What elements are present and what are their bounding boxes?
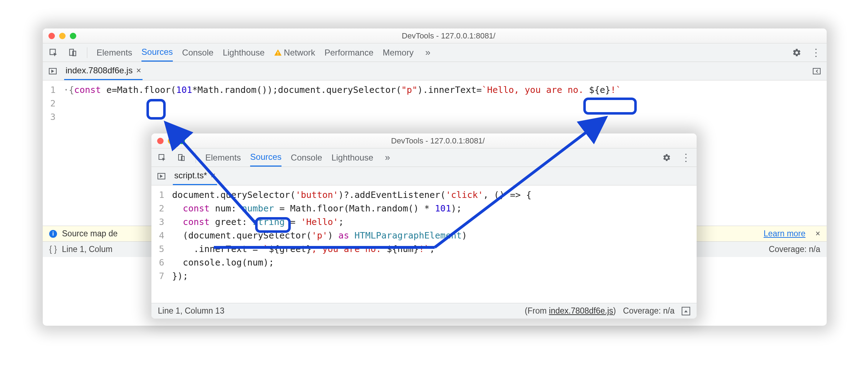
close-icon[interactable]: × [211,170,216,180]
code-editor[interactable]: 1234567 document.querySelector('button')… [151,185,697,303]
from-prefix: (From [525,306,549,315]
cursor-position: Line 1, Colum [62,245,113,254]
window-title: DevTools - 127.0.0.1:8081/ [76,31,821,41]
info-icon: i [49,230,57,238]
panel-tab-bar: Elements Sources Console Lighthouse Netw… [43,43,827,62]
minimize-window-icon[interactable] [168,138,174,144]
gear-icon[interactable] [662,153,672,163]
device-toggle-icon[interactable] [68,48,78,58]
mapped-from: (From index.7808df6e.js) [525,306,616,316]
device-toggle-icon[interactable] [176,153,186,163]
file-tab[interactable]: index.7808df6e.js × [64,62,143,80]
coverage-label: Coverage: n/a [623,306,675,316]
coverage-label: Coverage: n/a [769,245,820,254]
status-bar: Line 1, Column 13 (From index.7808df6e.j… [151,303,697,319]
code-content[interactable]: document.querySelector('button')?.addEve… [168,185,536,286]
tab-lighthouse[interactable]: Lighthouse [331,148,373,167]
file-tab-label: script.ts* [174,170,207,180]
traffic-lights [157,138,185,144]
cursor-position: Line 1, Column 13 [158,306,224,316]
close-window-icon[interactable] [48,33,55,39]
inspect-icon[interactable] [157,153,167,163]
infobar-text: Source map de [62,229,118,238]
more-tabs-icon[interactable]: » [383,153,393,163]
code-content[interactable]: ·{const e=Math.floor(101*Math.random());… [59,80,625,127]
source-mapped-link[interactable]: index.7808df6e.js [549,306,613,315]
expand-icon[interactable] [682,307,690,315]
pretty-print-icon[interactable]: { } [49,245,57,254]
gear-icon[interactable] [792,48,802,58]
tab-elements[interactable]: Elements [205,148,241,167]
kebab-menu-icon[interactable]: ⋮ [811,48,821,58]
learn-more-link[interactable]: Learn more [764,229,806,238]
more-tabs-icon[interactable]: » [423,48,433,58]
navigator-toggle-icon[interactable] [48,66,58,76]
warning-icon [274,49,282,57]
divider [196,152,196,163]
sidebar-toggle-icon[interactable] [812,66,822,76]
tab-lighthouse[interactable]: Lighthouse [223,43,264,62]
tab-sources[interactable]: Sources [141,43,173,62]
navigator-toggle-icon[interactable] [156,171,166,181]
panel-tab-bar: Elements Sources Console Lighthouse » ⋮ [151,148,697,167]
tab-sources[interactable]: Sources [250,148,281,167]
close-window-icon[interactable] [157,138,164,144]
tab-memory[interactable]: Memory [383,43,414,62]
devtools-window-source: DevTools - 127.0.0.1:8081/ Elements Sour… [151,133,697,319]
tab-console[interactable]: Console [291,148,322,167]
close-icon[interactable]: × [136,65,141,75]
window-title: DevTools - 127.0.0.1:8081/ [185,136,691,146]
inspect-icon[interactable] [48,48,58,58]
tab-network-label: Network [284,48,315,58]
title-bar[interactable]: DevTools - 127.0.0.1:8081/ [43,28,827,43]
tab-elements[interactable]: Elements [97,43,132,62]
kebab-menu-icon[interactable]: ⋮ [681,153,691,163]
gutter: 123 [43,80,59,127]
close-icon[interactable]: × [816,229,820,238]
tab-console[interactable]: Console [182,43,213,62]
svg-rect-4 [278,54,278,55]
svg-rect-3 [278,52,278,54]
tab-performance[interactable]: Performance [325,43,373,62]
zoom-window-icon[interactable] [179,138,185,144]
file-tabstrip: script.ts* × [151,167,697,185]
gutter: 1234567 [151,185,168,286]
tab-network[interactable]: Network [274,43,315,62]
file-tab[interactable]: script.ts* × [173,167,217,185]
traffic-lights [48,33,76,39]
minimize-window-icon[interactable] [59,33,66,39]
divider [87,47,87,58]
file-tabstrip: index.7808df6e.js × [43,62,827,80]
file-tab-label: index.7808df6e.js [66,65,133,75]
title-bar[interactable]: DevTools - 127.0.0.1:8081/ [151,133,697,148]
from-suffix: ) [613,306,616,315]
zoom-window-icon[interactable] [70,33,76,39]
